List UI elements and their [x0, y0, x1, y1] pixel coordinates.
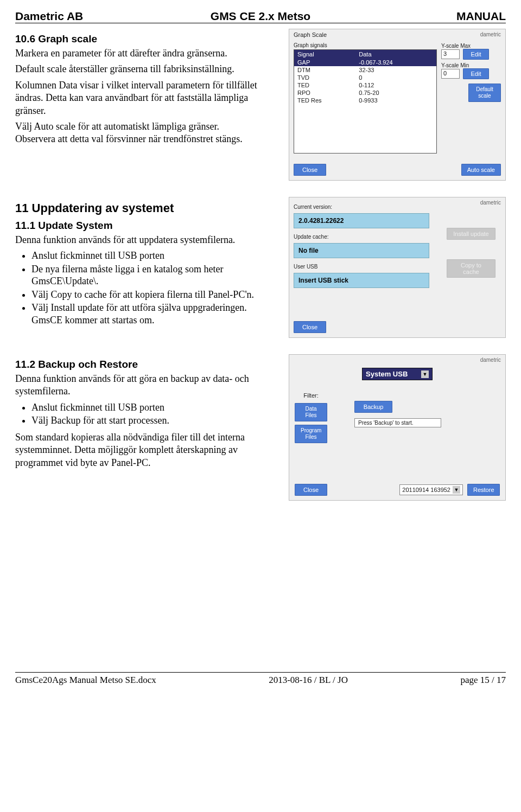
status-text: Press 'Backup' to start.	[354, 418, 441, 427]
s111-p1: Denna funktion används för att uppdatera…	[15, 234, 259, 246]
brand-label: dametric	[480, 200, 501, 206]
install-update-button[interactable]: Install update	[447, 228, 495, 240]
ymax-label: Y-scale Max	[441, 43, 471, 49]
list-item: Välj Backup för att start processen.	[31, 414, 259, 427]
list-item: De nya filerna måste ligga i en katalog …	[31, 263, 259, 287]
header-left: Dametric AB	[15, 10, 179, 23]
target-dropdown[interactable]: System USB ▼	[362, 368, 433, 380]
default-scale-button[interactable]: Default scale	[468, 84, 501, 102]
footer-center: 2013-08-16 / BL / JO	[269, 675, 348, 686]
graph-signals-label: Graph signals	[294, 42, 437, 48]
close-button[interactable]: Close	[295, 484, 327, 496]
s106-p2: Default scale återställer gränserna till…	[15, 63, 259, 75]
list-item: Välj Install update för att utföra själv…	[31, 302, 259, 326]
footer-right: page 15 / 17	[460, 675, 506, 686]
list-item: Välj Copy to cache för att kopiera filer…	[31, 289, 259, 301]
s112-p2: Som standard kopieras alla nödvändiga fi…	[15, 431, 259, 469]
restore-button[interactable]: Restore	[467, 484, 500, 496]
list-item: Anslut fickminnet till USB porten	[31, 250, 259, 262]
col-data: Data	[355, 50, 436, 59]
brand-label: dametric	[480, 357, 501, 363]
page-header: Dametric AB GMS CE 2.x Metso MANUAL	[15, 10, 506, 23]
update-cache-value: No file	[294, 243, 429, 258]
edit-max-button[interactable]: Edit	[463, 49, 489, 60]
s106-p3: Kolumnen Data visar i vilket intervall p…	[15, 79, 259, 117]
table-row[interactable]: TVD0	[294, 74, 437, 81]
timestamp-dropdown[interactable]: 20110914 163952 ▼	[399, 484, 463, 495]
heading-11-1: 11.1 Update System	[15, 220, 259, 232]
col-signal: Signal	[294, 50, 356, 59]
table-row[interactable]: RPO0.75-20	[294, 89, 437, 97]
header-right: MANUAL	[342, 10, 506, 23]
s112-p1: Denna funktion används för att göra en b…	[15, 373, 259, 398]
footer-left: GmsCe20Ags Manual Metso SE.docx	[15, 675, 156, 686]
heading-10-6: 10.6 Graph scale	[15, 33, 259, 45]
close-button[interactable]: Close	[294, 164, 326, 176]
heading-11: 11 Uppdatering av systemet	[15, 201, 259, 215]
auto-scale-button[interactable]: Auto scale	[461, 164, 501, 176]
panel-title: Graph Scale	[289, 29, 505, 40]
footer-rule	[15, 672, 506, 673]
table-row[interactable]: GAP-0.067-3.924	[294, 59, 437, 66]
s106-p4: Välj Auto scale för att automatiskt lämp…	[15, 120, 259, 146]
edit-min-button[interactable]: Edit	[463, 68, 489, 79]
ymin-input[interactable]: 0	[441, 69, 460, 79]
brand-label: dametric	[480, 31, 501, 37]
signal-table[interactable]: Signal Data GAP-0.067-3.924 DTM32-33 TVD…	[294, 49, 437, 154]
header-center: GMS CE 2.x Metso	[179, 10, 342, 23]
backup-button[interactable]: Backup	[354, 401, 392, 413]
graph-scale-panel: dametric Graph Scale Graph signals Signa…	[289, 29, 506, 181]
update-panel: dametric Current version: 2.0.4281.22622…	[289, 197, 506, 338]
list-item: Anslut fickminnet till USB porten	[31, 401, 259, 414]
data-files-button[interactable]: Data Files	[295, 403, 327, 421]
copy-to-cache-button[interactable]: Copy to cache	[447, 259, 495, 278]
table-row[interactable]: DTM32-33	[294, 66, 437, 74]
program-files-button[interactable]: Program Files	[295, 425, 327, 443]
chevron-down-icon: ▼	[421, 370, 429, 378]
heading-11-2: 11.2 Backup och Restore	[15, 359, 259, 370]
user-usb-value: Insert USB stick	[294, 273, 429, 288]
chevron-down-icon: ▼	[453, 486, 460, 494]
ymax-input[interactable]: 3	[441, 49, 460, 59]
table-row[interactable]: TED0-112	[294, 81, 437, 89]
target-value: System USB	[366, 370, 408, 378]
page-footer: GmsCe20Ags Manual Metso SE.docx 2013-08-…	[15, 675, 506, 686]
header-rule	[15, 23, 506, 23]
ymin-label: Y-scale Min	[441, 62, 469, 68]
current-version-value: 2.0.4281.22622	[294, 213, 429, 228]
backup-panel: dametric System USB ▼ Filter: Data Files…	[289, 354, 506, 501]
close-button[interactable]: Close	[294, 321, 326, 333]
filter-label: Filter:	[303, 392, 319, 399]
user-usb-label: User USB	[294, 261, 441, 270]
current-version-label: Current version:	[294, 202, 441, 210]
timestamp-value: 20110914 163952	[402, 487, 450, 493]
update-cache-label: Update cache:	[294, 232, 441, 240]
table-row[interactable]: TED Res0-9933	[294, 97, 437, 104]
s106-p1: Markera en parameter för att därefter än…	[15, 47, 259, 60]
